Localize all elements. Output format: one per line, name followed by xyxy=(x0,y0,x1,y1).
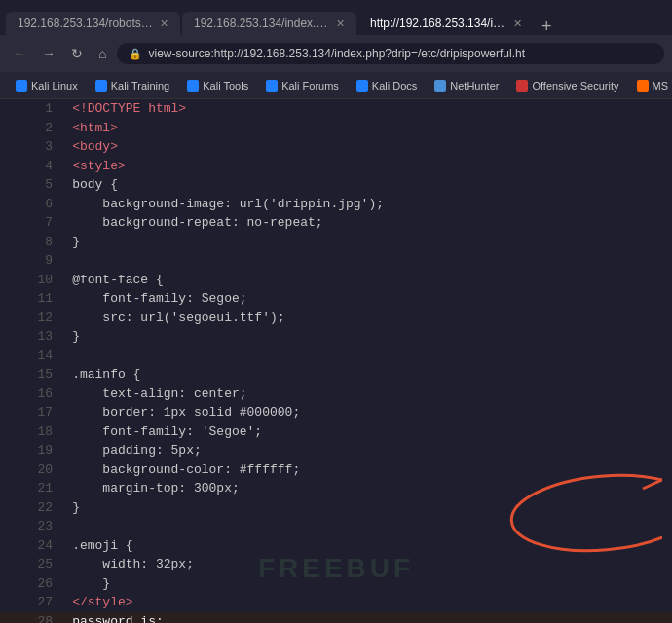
line-number-4: 4 xyxy=(0,157,64,176)
line-content-17: border: 1px solid #000000; xyxy=(64,403,672,422)
line-content-16: text-align: center; xyxy=(64,385,672,404)
tab-2-close[interactable]: ✕ xyxy=(336,18,345,30)
line-number-15: 15 xyxy=(0,365,64,385)
line-content-24: .emoji { xyxy=(64,536,672,556)
line-number-19: 19 xyxy=(0,441,64,460)
code-line-1: 1<!DOCTYPE html> xyxy=(0,99,672,119)
code-line-8: 8} xyxy=(0,233,672,252)
code-line-4: 4<style> xyxy=(0,157,672,176)
ms-icon xyxy=(637,80,649,92)
code-line-14: 14 xyxy=(0,347,672,366)
tab-3-close[interactable]: ✕ xyxy=(513,18,522,30)
line-number-16: 16 xyxy=(0,385,64,404)
bookmark-kali-linux[interactable]: Kali Linux xyxy=(8,78,86,93)
code-line-15: 15.mainfo { xyxy=(0,365,672,385)
address-bar[interactable]: 🔒 view-source:http://192.168.253.134/ind… xyxy=(117,43,664,64)
line-number-17: 17 xyxy=(0,403,64,422)
bookmark-offsec[interactable]: Offensive Security xyxy=(508,78,626,93)
line-content-15: .mainfo { xyxy=(64,365,672,385)
line-number-2: 2 xyxy=(0,119,64,138)
bookmark-nethunter[interactable]: NetHunter xyxy=(427,78,506,93)
bookmark-ms-label: MS xyxy=(653,80,669,92)
line-number-11: 11 xyxy=(0,289,64,309)
line-content-22: } xyxy=(64,498,672,518)
line-content-11: font-family: Segoe; xyxy=(64,289,672,309)
bookmark-offsec-label: Offensive Security xyxy=(532,80,618,92)
tab-1-close[interactable]: ✕ xyxy=(160,18,168,30)
tab-3[interactable]: http://192.168.253.134/inde... ✕ xyxy=(358,12,534,35)
kali-docs-icon xyxy=(356,80,368,92)
line-content-8: } xyxy=(64,233,672,252)
code-line-7: 7 background-repeat: no-repeat; xyxy=(0,213,672,233)
forward-button[interactable]: → xyxy=(37,43,60,64)
bookmark-ms[interactable]: MS xyxy=(629,78,673,93)
line-content-5: body { xyxy=(64,175,672,195)
bookmark-kali-training-label: Kali Training xyxy=(111,80,170,92)
line-number-25: 25 xyxy=(0,555,64,574)
tab-3-label: http://192.168.253.134/inde... xyxy=(370,17,507,30)
source-wrapper: 1<!DOCTYPE html>2<html>3<body>4<style>5b… xyxy=(0,99,672,623)
code-line-22: 22} xyxy=(0,498,672,518)
bookmark-kali-forums-label: Kali Forums xyxy=(281,80,339,92)
address-text: view-source:http://192.168.253.134/index… xyxy=(148,47,525,60)
line-content-27: </style> xyxy=(64,593,672,612)
line-content-4: <style> xyxy=(64,157,672,176)
lock-icon: 🔒 xyxy=(129,48,142,60)
code-line-9: 9 xyxy=(0,251,672,271)
kali-linux-icon xyxy=(16,80,27,92)
bookmark-kali-docs[interactable]: Kali Docs xyxy=(349,78,425,93)
line-number-28: 28 xyxy=(0,612,64,624)
home-button[interactable]: ⌂ xyxy=(93,43,111,64)
tab-bar: 192.168.253.134/robots.txt ✕ 192.168.253… xyxy=(0,0,672,35)
tab-1[interactable]: 192.168.253.134/robots.txt ✕ xyxy=(6,12,180,35)
code-line-21: 21 margin-top: 300px; xyxy=(0,479,672,498)
offsec-icon xyxy=(516,80,528,92)
code-line-26: 26 } xyxy=(0,574,672,594)
tab-2[interactable]: 192.168.253.134/index.php?... ✕ xyxy=(182,12,356,35)
line-content-14 xyxy=(64,347,672,366)
line-number-14: 14 xyxy=(0,347,64,366)
line-number-10: 10 xyxy=(0,271,64,290)
bookmark-kali-forums[interactable]: Kali Forums xyxy=(258,78,347,93)
line-number-6: 6 xyxy=(0,195,64,214)
bookmark-kali-tools[interactable]: Kali Tools xyxy=(179,78,256,93)
kali-forums-icon xyxy=(266,80,278,92)
line-content-18: font-family: 'Segoe'; xyxy=(64,422,672,442)
code-line-3: 3<body> xyxy=(0,137,672,157)
line-number-18: 18 xyxy=(0,422,64,442)
code-line-20: 20 background-color: #ffffff; xyxy=(0,460,672,480)
bookmarks-bar: Kali Linux Kali Training Kali Tools Kali… xyxy=(0,72,672,99)
kali-tools-icon xyxy=(187,80,199,92)
reload-button[interactable]: ↻ xyxy=(66,43,88,64)
source-view[interactable]: 1<!DOCTYPE html>2<html>3<body>4<style>5b… xyxy=(0,99,672,623)
back-button[interactable]: ← xyxy=(8,43,31,64)
line-content-21: margin-top: 300px; xyxy=(64,479,672,498)
code-line-13: 13} xyxy=(0,327,672,347)
line-number-21: 21 xyxy=(0,479,64,498)
code-line-5: 5body { xyxy=(0,175,672,195)
code-line-19: 19 padding: 5px; xyxy=(0,441,672,460)
line-number-20: 20 xyxy=(0,460,64,480)
line-number-22: 22 xyxy=(0,498,64,518)
line-number-23: 23 xyxy=(0,517,64,536)
code-line-27: 27</style> xyxy=(0,593,672,612)
line-content-28: password is: xyxy=(64,612,672,624)
code-line-25: 25 width: 32px; xyxy=(0,555,672,574)
code-line-24: 24.emoji { xyxy=(0,536,672,556)
line-content-12: src: url('segoeui.ttf'); xyxy=(64,309,672,328)
line-content-20: background-color: #ffffff; xyxy=(64,460,672,480)
line-content-9 xyxy=(64,251,672,271)
line-number-5: 5 xyxy=(0,175,64,195)
code-line-23: 23 xyxy=(0,517,672,536)
new-tab-button[interactable]: + xyxy=(536,18,558,35)
bookmark-kali-training[interactable]: Kali Training xyxy=(88,78,178,93)
line-content-23 xyxy=(64,517,672,536)
code-line-11: 11 font-family: Segoe; xyxy=(0,289,672,309)
bookmark-nethunter-label: NetHunter xyxy=(450,80,499,92)
line-content-10: @font-face { xyxy=(64,271,672,290)
line-number-12: 12 xyxy=(0,309,64,328)
line-number-3: 3 xyxy=(0,137,64,157)
line-number-26: 26 xyxy=(0,574,64,594)
line-content-2: <html> xyxy=(64,119,672,138)
line-content-26: } xyxy=(64,574,672,594)
